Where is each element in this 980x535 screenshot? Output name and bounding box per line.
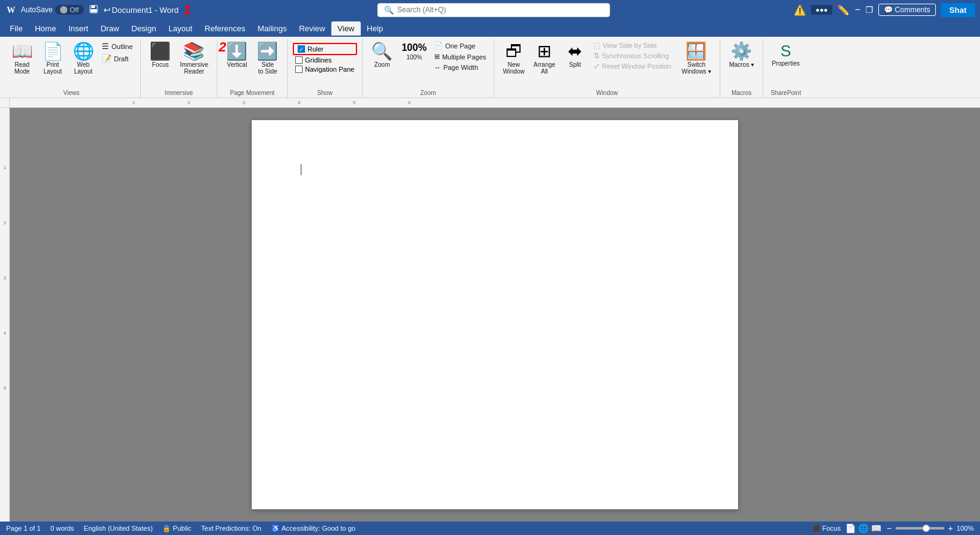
ruler-corner — [0, 98, 10, 108]
focus-label: Focus — [152, 61, 168, 68]
svg-rect-4 — [91, 9, 97, 12]
macros-group-label: Macros — [720, 89, 763, 96]
zoom-label: Zoom — [374, 61, 390, 68]
zoom-100-icon: 100% — [402, 43, 427, 53]
minimize-btn[interactable]: − — [854, 4, 860, 15]
tab-draw[interactable]: Draw — [94, 21, 125, 36]
one-page-btn[interactable]: 📄 One Page — [432, 40, 489, 51]
document-canvas[interactable] — [10, 108, 980, 522]
tab-help[interactable]: Help — [361, 21, 390, 36]
print-layout-btn[interactable]: 📄 PrintLayout — [38, 40, 67, 77]
navigation-pane-label: Navigation Pane — [305, 66, 355, 73]
zoom-slider[interactable] — [895, 527, 944, 529]
document-title: Document1 - Word — [112, 6, 179, 15]
tab-mailings[interactable]: Mailings — [252, 21, 293, 36]
svg-rect-3 — [91, 6, 95, 8]
tab-file[interactable]: File — [4, 21, 29, 36]
multiple-pages-icon: ⊞ — [434, 53, 440, 61]
macros-group: ⚙️ Macros ▾ Macros — [720, 39, 763, 97]
text-cursor — [301, 164, 301, 175]
zoom-control: − + 100% — [886, 523, 974, 533]
side-to-side-btn[interactable]: ➡️ Sideto Side — [253, 40, 282, 77]
svg-text:5: 5 — [4, 385, 7, 391]
tab-home[interactable]: Home — [29, 21, 62, 36]
svg-text:2: 2 — [4, 220, 7, 226]
page-width-btn[interactable]: ↔ Page Width — [432, 63, 489, 72]
public-status: 🔒 Public — [162, 525, 191, 533]
restore-btn[interactable]: ❐ — [865, 5, 873, 15]
tab-design[interactable]: Design — [126, 21, 162, 36]
save-icon[interactable] — [89, 4, 99, 16]
status-right: ⬛ Focus 📄 🌐 📖 − + 100% — [812, 523, 974, 533]
tab-view[interactable]: View — [331, 21, 361, 36]
main-area: 1 2 3 4 5 — [0, 108, 980, 522]
view-side-by-side-btn[interactable]: ⬚ View Side by Side — [591, 40, 677, 50]
print-layout-status-icon[interactable]: 📄 — [845, 523, 856, 533]
ruler-checkbox[interactable]: ✓ Ruler — [295, 45, 355, 53]
reset-window-position-label: Reset Window Position — [602, 63, 671, 70]
arrange-all-btn[interactable]: ⊞ ArrangeAll — [530, 40, 559, 77]
zoom-minus-btn[interactable]: − — [886, 523, 891, 533]
ruler-checkbox-highlight: ✓ Ruler — [293, 43, 357, 55]
zoom-plus-btn[interactable]: + — [948, 523, 953, 533]
read-mode-status-icon[interactable]: 📖 — [871, 523, 881, 533]
sharepoint-group: S Properties SharePoint — [763, 39, 809, 97]
gridlines-checkbox[interactable]: Gridlines — [293, 56, 357, 64]
page-movement-label: Page Movement — [217, 89, 287, 96]
word-logo: W — [5, 4, 17, 16]
navigation-pane-checkbox[interactable]: Navigation Pane — [293, 65, 357, 74]
properties-btn[interactable]: S Properties — [768, 40, 804, 69]
share-button[interactable]: Shat — [941, 3, 975, 17]
title-bar: W AutoSave Off ↩ Document1 - Word 1 🔍 ⚠️… — [0, 0, 980, 20]
svg-text:2: 2 — [187, 100, 190, 105]
read-mode-btn[interactable]: 📖 ReadMode — [7, 40, 37, 77]
pen-icon[interactable]: ✏️ — [837, 4, 850, 16]
immersive-reader-btn[interactable]: 📚 ImmersiveReader — [176, 40, 212, 77]
svg-text:4: 4 — [298, 100, 301, 105]
page-width-label: Page Width — [443, 64, 478, 71]
outline-draft-col: ☰ Outline 📝 Draft — [99, 40, 135, 75]
svg-rect-13 — [0, 108, 10, 463]
show-label: Show — [288, 89, 362, 96]
vertical-btn[interactable]: ⬇️ Vertical — [222, 40, 252, 70]
zoom-100-label: 100% — [406, 54, 422, 61]
tab-insert[interactable]: Insert — [62, 21, 95, 36]
split-btn[interactable]: ⬌ Split — [560, 40, 590, 70]
multiple-pages-btn[interactable]: ⊞ Multiple Pages — [432, 51, 489, 62]
print-layout-icon: 📄 — [42, 43, 64, 60]
switch-windows-btn[interactable]: 🪟 SwitchWindows ▾ — [678, 40, 715, 77]
search-input[interactable] — [398, 6, 603, 14]
zoom-100-btn[interactable]: 100% 100% — [398, 40, 431, 63]
tab-review[interactable]: Review — [293, 21, 331, 36]
immersive-group: ⬛ Focus 📚 ImmersiveReader Immersive — [141, 39, 217, 97]
tab-references[interactable]: References — [198, 21, 251, 36]
svg-text:5: 5 — [353, 100, 356, 105]
synchronous-scrolling-btn[interactable]: ⇅ Synchronous Scrolling — [591, 51, 677, 61]
immersive-reader-icon: 📚 — [183, 43, 205, 60]
reset-window-icon: ⤢ — [594, 62, 600, 70]
web-layout-status-icon[interactable]: 🌐 — [858, 523, 869, 533]
macros-btn[interactable]: ⚙️ Macros ▾ — [725, 40, 758, 70]
new-window-btn[interactable]: 🗗 NewWindow — [499, 40, 529, 77]
undo-icon[interactable]: ↩ — [104, 5, 111, 15]
outline-btn[interactable]: ☰ Outline — [99, 40, 135, 52]
web-layout-btn[interactable]: 🌐 WebLayout — [69, 40, 98, 77]
reset-window-position-btn[interactable]: ⤢ Reset Window Position — [591, 61, 677, 71]
zoom-percent[interactable]: 100% — [957, 525, 974, 532]
ruler-label: Ruler — [307, 45, 323, 53]
window-group-label: Window — [494, 89, 720, 96]
zoom-btn[interactable]: 🔍 Zoom — [368, 40, 397, 70]
comments-btn[interactable]: 💬 Comments — [878, 4, 936, 16]
ruler-check-box: ✓ — [298, 45, 305, 53]
focus-btn[interactable]: ⬛ Focus — [146, 40, 175, 70]
draft-btn[interactable]: 📝 Draft — [99, 53, 135, 64]
autosave-toggle[interactable]: Off — [55, 5, 83, 15]
focus-btn[interactable]: ⬛ Focus — [812, 525, 841, 533]
search-bar[interactable]: 🔍 — [377, 3, 610, 17]
zoom-group: 🔍 Zoom 100% 100% 📄 One Page ⊞ Multiple P… — [363, 39, 494, 97]
autosave-label: AutoSave — [21, 6, 53, 14]
gridlines-check-box — [295, 56, 303, 64]
tab-layout[interactable]: Layout — [162, 21, 198, 36]
search-icon: 🔍 — [384, 6, 394, 15]
view-side-by-side-label: View Side by Side — [603, 42, 657, 49]
